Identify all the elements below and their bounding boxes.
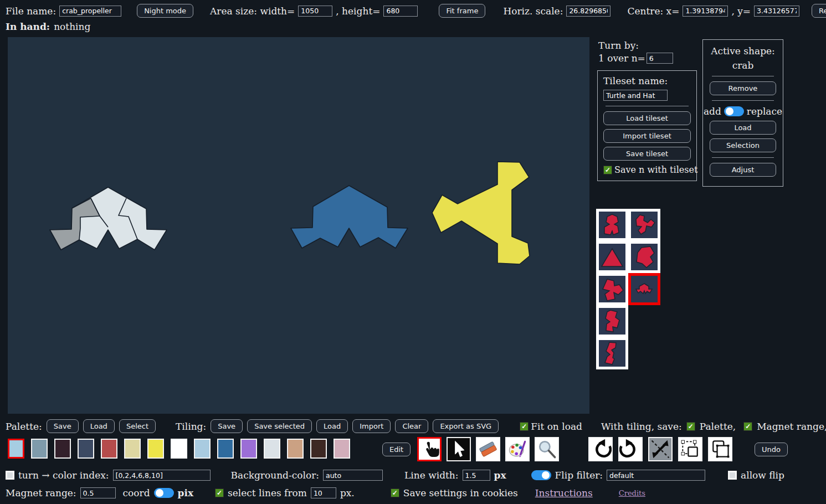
- cursor-icon: [448, 438, 470, 460]
- save-n-label: Save n with tileset: [614, 164, 697, 175]
- color-swatch-2[interactable]: [54, 439, 71, 459]
- file-name-label: File name:: [6, 6, 56, 17]
- flip-tool-button[interactable]: [648, 437, 673, 461]
- tile-three-arm-y[interactable]: [631, 212, 658, 238]
- cookies-checkbox[interactable]: ✓: [391, 488, 399, 497]
- drawing-canvas[interactable]: [8, 37, 589, 414]
- color-swatch-11[interactable]: [264, 439, 280, 459]
- undo-button[interactable]: Undo: [755, 443, 788, 456]
- tile-crab[interactable]: [631, 276, 658, 302]
- tiling-clear-button[interactable]: Clear: [395, 419, 428, 433]
- color-swatch-10[interactable]: [240, 439, 257, 459]
- line-width-px-label: px: [494, 470, 506, 481]
- fit-on-load-checkbox[interactable]: ✓: [520, 422, 529, 431]
- color-swatch-8[interactable]: [194, 439, 211, 459]
- centre-x-input[interactable]: [683, 6, 728, 17]
- tiling-save-button[interactable]: Save: [211, 419, 243, 433]
- night-mode-button[interactable]: Night mode: [137, 4, 193, 18]
- line-width-input[interactable]: [463, 470, 490, 481]
- duplicate-tool-button[interactable]: [708, 437, 732, 461]
- color-swatch-12[interactable]: [287, 439, 304, 459]
- in-hand-label: In hand:: [6, 21, 50, 32]
- color-swatch-7[interactable]: [171, 439, 187, 459]
- save-magnet-checkbox[interactable]: ✓: [743, 422, 752, 431]
- select-lines-checkbox[interactable]: ✓: [215, 488, 224, 497]
- color-swatch-14[interactable]: [334, 439, 350, 459]
- file-name-input[interactable]: [59, 6, 121, 17]
- tile-z-blob[interactable]: [599, 340, 625, 367]
- eraser-tool-button[interactable]: [476, 437, 500, 461]
- active-shape-label: Active shape:: [710, 45, 776, 56]
- tiling-load-button[interactable]: Load: [316, 419, 348, 433]
- save-palette-checkbox[interactable]: ✓: [686, 422, 695, 431]
- color-swatch-9[interactable]: [217, 439, 234, 459]
- save-n-checkbox[interactable]: ✓: [603, 166, 612, 174]
- tiling-save-selected-button[interactable]: Save selected: [247, 419, 312, 433]
- allow-flip-checkbox[interactable]: [728, 471, 737, 480]
- hand-icon: [419, 438, 440, 460]
- credits-link[interactable]: Credits: [619, 489, 645, 497]
- select-lines-input[interactable]: [311, 487, 336, 498]
- save-tileset-button[interactable]: Save tileset: [603, 147, 691, 161]
- coord-pix-toggle[interactable]: [154, 488, 174, 498]
- centre-y-input[interactable]: [754, 6, 799, 17]
- palette-tiling-bar: Palette: Save Load Select Tiling: Save S…: [6, 419, 826, 433]
- edit-palette-button[interactable]: Edit: [382, 443, 411, 456]
- adjust-button[interactable]: Adjust: [710, 163, 776, 177]
- select-lines-px-label: px.: [340, 487, 355, 498]
- flip-filter-toggle[interactable]: [531, 470, 551, 480]
- tile-pentagon-blob[interactable]: [631, 244, 658, 270]
- palette-tool-button[interactable]: [505, 437, 530, 461]
- centre-x-label: Centre: x=: [627, 6, 679, 17]
- load-shape-button[interactable]: Load: [710, 121, 776, 135]
- color-swatch-3[interactable]: [78, 439, 94, 459]
- turn-color-index-checkbox[interactable]: [6, 471, 14, 480]
- turn-by-section: Turn by: 1 over n=: [598, 40, 673, 64]
- color-swatch-6[interactable]: [147, 439, 164, 459]
- cursor-tool-button[interactable]: [447, 437, 471, 461]
- pix-label: pix: [178, 487, 193, 498]
- color-swatch-5[interactable]: [124, 439, 141, 459]
- area-width-input[interactable]: [298, 6, 332, 17]
- color-swatch-4[interactable]: [101, 439, 117, 459]
- export-svg-button[interactable]: Export as SVG: [433, 419, 499, 433]
- tile-s-blob[interactable]: [599, 308, 625, 335]
- tile-three-lobe[interactable]: [599, 276, 625, 302]
- magnet-row: Magnet range: coord pix ✓ select lines f…: [6, 487, 645, 498]
- palette-select-button[interactable]: Select: [119, 419, 156, 433]
- magnifier-tool-button[interactable]: [535, 437, 559, 461]
- add-replace-toggle[interactable]: [724, 106, 744, 116]
- instructions-link[interactable]: Instructions: [535, 487, 593, 498]
- palette-save-button[interactable]: Save: [47, 419, 79, 433]
- save-magnet-label: Magnet range,: [757, 421, 826, 432]
- turn-color-index-input[interactable]: [113, 470, 211, 481]
- tiling-import-button[interactable]: Import: [352, 419, 391, 433]
- rotate-ccw-icon: [589, 438, 612, 460]
- coord-label: coord: [123, 487, 150, 498]
- tile-triangle[interactable]: [599, 244, 625, 270]
- rotate-ccw-tool-button[interactable]: [588, 437, 613, 461]
- active-shape-panel: Active shape: crab Remove add replace Lo…: [702, 39, 783, 187]
- remove-shape-button[interactable]: Remove: [710, 81, 776, 95]
- tileset-name-input[interactable]: [603, 90, 668, 101]
- transform-selection-tool-button[interactable]: [678, 437, 702, 461]
- color-swatch-0[interactable]: [8, 439, 24, 459]
- selection-button[interactable]: Selection: [710, 138, 776, 152]
- rotate-cw-icon: [619, 438, 642, 460]
- import-tileset-button[interactable]: Import tileset: [603, 129, 691, 143]
- background-color-input[interactable]: [323, 470, 383, 481]
- fit-frame-button[interactable]: Fit frame: [439, 4, 485, 18]
- color-swatch-13[interactable]: [310, 439, 327, 459]
- color-swatch-1[interactable]: [31, 439, 48, 459]
- flip-filter-input[interactable]: [607, 470, 705, 481]
- rotate-cw-tool-button[interactable]: [618, 437, 643, 461]
- tile-turtle[interactable]: [599, 212, 625, 238]
- turn-n-input[interactable]: [647, 53, 673, 64]
- load-tileset-button[interactable]: Load tileset: [603, 111, 691, 125]
- recentre-button[interactable]: Recentre to [0,0]: [812, 4, 826, 18]
- hand-tool-button[interactable]: [417, 437, 442, 461]
- palette-load-button[interactable]: Load: [83, 419, 115, 433]
- magnet-range-input[interactable]: [80, 487, 116, 498]
- area-height-input[interactable]: [383, 6, 418, 17]
- horiz-scale-input[interactable]: [566, 6, 610, 17]
